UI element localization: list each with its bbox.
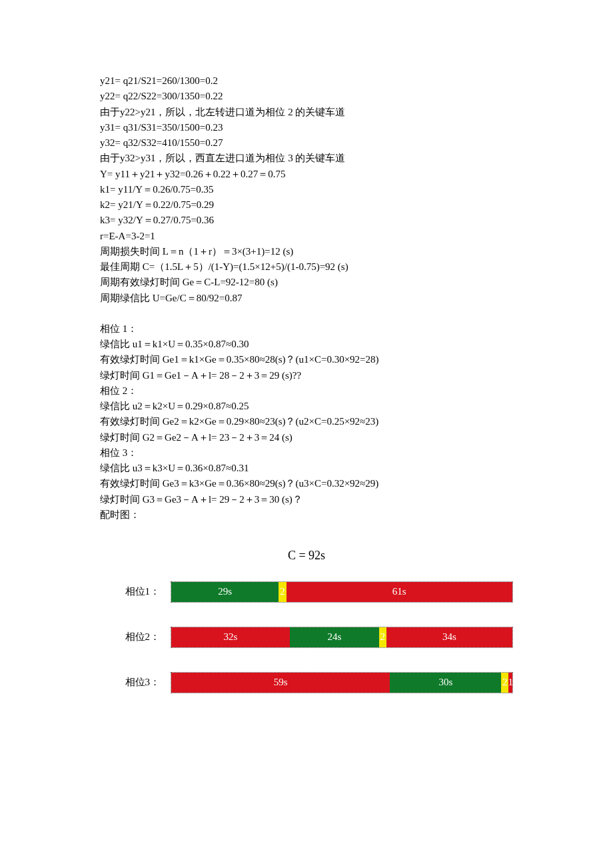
text-line: 配时图： [100,507,513,523]
phase-bar: 59s30s21 [171,672,513,693]
text-line: 相位 2： [100,383,513,399]
red-segment: 1 [508,673,512,693]
phase-label: 相位3： [100,675,171,690]
text-line: 有效绿灯时间 Ge1＝k1×Ge＝0.35×80≈28(s)？(u1×C=0.3… [100,352,513,367]
text-line: 绿信比 u1＝k1×U＝0.35×0.87≈0.30 [100,337,513,352]
yellow-segment: 2 [379,627,386,647]
green-segment: 29s [171,582,279,602]
text-line: 最佳周期 C=（1.5L＋5）/(1-Y)=(1.5×12+5)/(1-0.75… [100,259,513,275]
text-line: k3= y32/Y＝0.27/0.75=0.36 [100,213,513,228]
phase-row: 相位1：29s261s [100,581,513,603]
text-line: 绿灯时间 G3＝Ge3－A＋l= 29－2＋3＝30 (s)？ [100,492,513,507]
text-line: 周期损失时间 L＝n（1＋r）＝3×(3+1)=12 (s) [100,244,513,259]
text-line: r=E-A=3-2=1 [100,229,513,244]
phase-label: 相位2： [100,629,171,645]
text-line: k1= y11/Y＝0.26/0.75=0.35 [100,182,513,197]
text-line: 相位 3： [100,445,513,461]
phase-row: 相位2：32s24s234s [100,627,513,648]
red-segment: 34s [386,627,512,647]
text-line: y32= q32/S32=410/1550=0.27 [100,135,513,151]
cycle-title: C = 92s [100,547,513,565]
text-line: 周期绿信比 U=Ge/C＝80/92=0.87 [100,291,513,306]
calculation-text: y21= q21/S21=260/1300=0.2y22= q22/S22=30… [100,73,513,523]
phase-bar: 32s24s234s [171,627,513,648]
text-line: 有效绿灯时间 Ge2＝k2×Ge＝0.29×80≈23(s)？(u2×C=0.2… [100,414,513,429]
text-line: 相位 1： [100,321,513,337]
yellow-segment: 2 [279,582,286,602]
phase-bar: 29s261s [171,581,513,603]
text-line: 绿信比 u2＝k2×U＝0.29×0.87≈0.25 [100,399,513,414]
red-segment: 59s [171,673,390,693]
green-segment: 30s [390,673,501,693]
phase-row: 相位3：59s30s21 [100,672,513,693]
text-line: 周期有效绿灯时间 Ge＝C-L=92-12=80 (s) [100,275,513,290]
text-line: k2= y21/Y＝0.22/0.75=0.29 [100,197,513,213]
red-segment: 61s [287,582,512,602]
text-line: 由于y32>y31，所以，西直左进口道为相位 3 的关键车道 [100,151,513,166]
green-segment: 24s [290,627,379,647]
text-line: Y= y11＋y21＋y32=0.26＋0.22＋0.27＝0.75 [100,167,513,182]
text-line: 绿灯时间 G2＝Ge2－A＋l= 23－2＋3＝24 (s) [100,430,513,445]
text-line: y21= q21/S21=260/1300=0.2 [100,73,513,89]
text-line: 由于y22>y21，所以，北左转进口道为相位 2 的关键车道 [100,105,513,120]
red-segment: 32s [171,627,290,647]
text-line: 有效绿灯时间 Ge3＝k3×Ge＝0.36×80≈29(s)？(u3×C=0.3… [100,476,513,491]
text-line: y31= q31/S31=350/1500=0.23 [100,120,513,135]
phase-label: 相位1： [100,584,171,599]
text-line: 绿信比 u3＝k3×U＝0.36×0.87≈0.31 [100,461,513,476]
text-line: 绿灯时间 G1＝Ge1－A＋l= 28－2＋3＝29 (s)?? [100,368,513,383]
timing-diagram: C = 92s 相位1：29s261s相位2：32s24s234s相位3：59s… [100,547,513,693]
text-line: y22= q22/S22=300/1350=0.22 [100,89,513,104]
